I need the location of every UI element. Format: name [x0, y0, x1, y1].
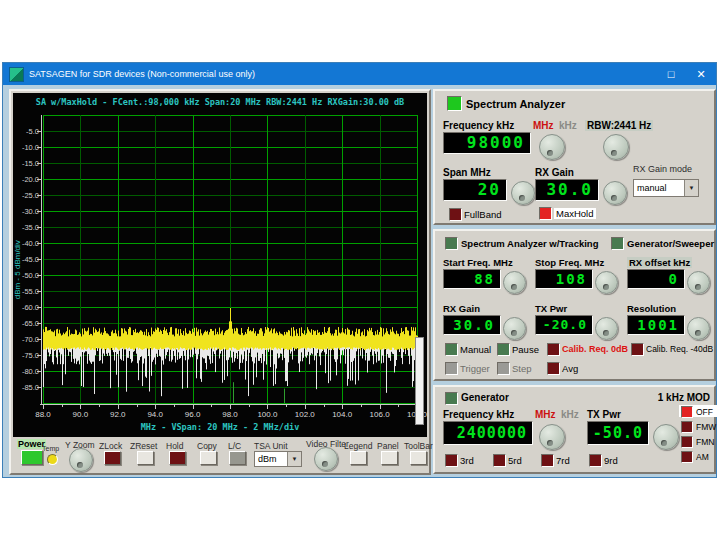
rx-offset-knob[interactable]: [687, 271, 710, 294]
resolution-display[interactable]: 1001: [627, 315, 685, 335]
maxhold-checkbox[interactable]: [539, 207, 552, 220]
harmonic-5rd-checkbox[interactable]: [493, 454, 506, 467]
lc-button[interactable]: [229, 451, 246, 465]
frequency-knob[interactable]: [539, 134, 565, 160]
span-display[interactable]: 20: [443, 179, 507, 201]
video-filter-knob[interactable]: [314, 447, 338, 471]
tracking-rx-gain-display[interactable]: 30.0: [443, 315, 501, 335]
mod-fmw-radio[interactable]: [681, 421, 693, 433]
y-zoom-knob[interactable]: [69, 448, 93, 472]
copy-button[interactable]: [200, 451, 217, 465]
mod-am-label: AM: [696, 452, 709, 462]
stop-freq-knob[interactable]: [595, 271, 618, 294]
gen-khz-label[interactable]: kHz: [561, 409, 579, 420]
y-tick-label: -65.0: [13, 319, 39, 328]
close-button[interactable]: ✕: [686, 63, 716, 85]
mhz-label[interactable]: MHz: [533, 120, 554, 131]
gen-tx-pwr-display[interactable]: -50.0: [587, 421, 649, 445]
z-lock-button[interactable]: [104, 451, 121, 465]
x-tick-label: 90.0: [67, 410, 93, 419]
mod-off-radio[interactable]: [681, 406, 693, 418]
sweeper-title: Generator/Sweeper: [627, 238, 714, 249]
z-reset-button[interactable]: [137, 451, 154, 465]
resolution-knob[interactable]: [687, 317, 710, 340]
harmonic-7rd-checkbox[interactable]: [541, 454, 554, 467]
tsa-unit-value: dBm: [255, 454, 287, 464]
gen-frequency-knob[interactable]: [539, 424, 565, 450]
pause-checkbox[interactable]: [497, 343, 510, 356]
title-bar[interactable]: SATSAGEN for SDR devices (Non-commercial…: [3, 63, 716, 85]
mod-off-label: OFF: [696, 407, 713, 417]
tracking-tx-pwr-knob[interactable]: [595, 317, 618, 340]
khz-label[interactable]: kHz: [559, 120, 577, 131]
spectrum-display: SA w/MaxHold - FCent.:98,000 kHz Span:20…: [13, 93, 427, 437]
calib-0db-checkbox[interactable]: [547, 343, 560, 356]
tracking-tx-pwr-display[interactable]: -20.0: [535, 315, 593, 335]
desktop: SATSAGEN for SDR devices (Non-commercial…: [0, 0, 720, 540]
tracking-rx-gain-knob[interactable]: [503, 317, 526, 340]
rx-gain-mode-value: manual: [634, 183, 684, 193]
spectrum-analyzer-led[interactable]: [447, 96, 462, 111]
y-tick-label: -30.0: [13, 207, 39, 216]
fullband-checkbox[interactable]: [449, 208, 462, 221]
calib-40db-checkbox[interactable]: [631, 343, 644, 356]
hold-label: Hold: [166, 441, 183, 451]
sweeper-led[interactable]: [611, 237, 624, 250]
rx-offset-display[interactable]: 0: [627, 269, 685, 289]
calib-0db-label: Calib. Req. 0dB: [562, 344, 628, 354]
generator-led[interactable]: [445, 392, 458, 405]
spectrum-analyzer-title: Spectrum Analyzer: [466, 98, 565, 110]
rx-gain-mode-label: RX Gain mode: [633, 164, 692, 174]
temp-led: [47, 454, 58, 465]
spectrum-panel: SA w/MaxHold - FCent.:98,000 kHz Span:20…: [9, 89, 431, 475]
trigger-label: Trigger: [460, 363, 490, 374]
spectrum-analyzer-panel: Spectrum Analyzer Frequency kHz MHz kHz …: [433, 89, 716, 225]
gen-mhz-label[interactable]: MHz: [535, 409, 556, 420]
harmonic-7rd-label: 7rd: [556, 455, 570, 466]
mod-fmn-radio[interactable]: [681, 436, 693, 448]
tracking-led[interactable]: [445, 237, 458, 250]
start-freq-display[interactable]: 88: [443, 269, 501, 289]
start-freq-knob[interactable]: [503, 271, 526, 294]
rx-gain-display[interactable]: 30.0: [535, 179, 599, 201]
maximize-button[interactable]: □: [656, 63, 686, 85]
mod-am-radio[interactable]: [681, 451, 693, 463]
step-label: Step: [512, 363, 532, 374]
y-tick-label: -5.0: [13, 127, 39, 136]
chevron-down-icon: ▼: [287, 452, 301, 466]
trigger-checkbox[interactable]: [445, 362, 458, 375]
tsa-unit-select[interactable]: dBm ▼: [254, 451, 302, 467]
harmonic-9rd-checkbox[interactable]: [589, 454, 602, 467]
span-label: Span MHz: [443, 167, 491, 178]
gen-frequency-display[interactable]: 2400000: [443, 421, 533, 445]
toolbar-button[interactable]: [410, 451, 427, 465]
rx-offset-label: RX offset kHz: [627, 257, 692, 268]
hold-button[interactable]: [169, 451, 186, 465]
manual-checkbox[interactable]: [445, 343, 458, 356]
x-tick-label: 104.0: [329, 410, 355, 419]
manual-label: Manual: [460, 344, 491, 355]
stop-freq-display[interactable]: 108: [535, 269, 593, 289]
maxhold-label: MaxHold: [554, 208, 596, 219]
step-checkbox[interactable]: [497, 362, 510, 375]
temp-label: Temp: [42, 445, 59, 452]
tracking-rx-gain-label: RX Gain: [443, 303, 480, 314]
generator-title: Generator: [461, 392, 509, 403]
harmonic-3rd-checkbox[interactable]: [445, 454, 458, 467]
rbw-knob[interactable]: [603, 134, 629, 160]
y-scale-scrollbar[interactable]: [415, 337, 424, 425]
gen-tx-pwr-knob[interactable]: [653, 424, 679, 450]
legend-button[interactable]: [350, 451, 367, 465]
y-tick-label: -75.0: [13, 351, 39, 360]
x-tick-label: 98.0: [217, 410, 243, 419]
power-button[interactable]: [21, 450, 43, 465]
copy-label: Copy: [197, 441, 217, 451]
rx-gain-knob[interactable]: [603, 181, 627, 205]
tracking-panel: Spectrum Analyzer w/Tracking Generator/S…: [433, 229, 716, 381]
frequency-display[interactable]: 98000: [443, 132, 531, 154]
avg-checkbox[interactable]: [547, 362, 560, 375]
span-knob[interactable]: [511, 181, 535, 205]
panel-button[interactable]: [381, 451, 398, 465]
rx-gain-mode-select[interactable]: manual ▼: [633, 179, 699, 197]
x-tick-label: 94.0: [142, 410, 168, 419]
